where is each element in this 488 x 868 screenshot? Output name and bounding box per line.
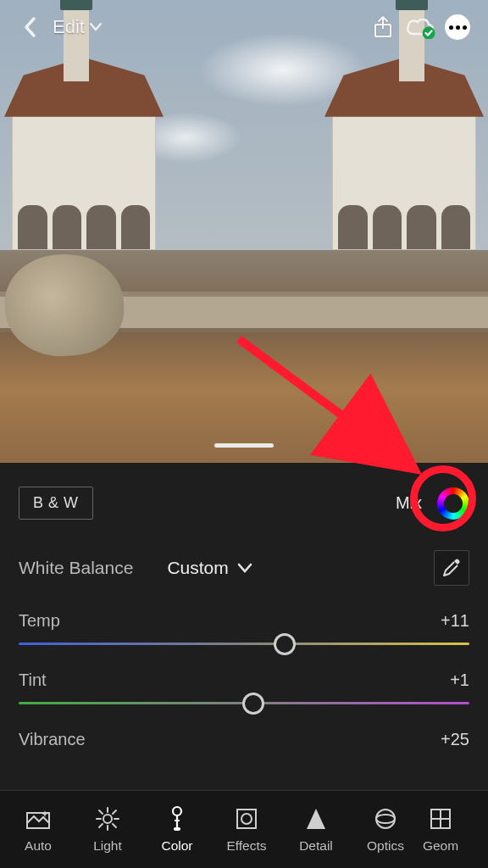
slider-thumb[interactable] — [274, 633, 296, 655]
white-balance-value: Custom — [167, 558, 228, 578]
svg-point-5 — [103, 815, 112, 823]
cloud-sync-button[interactable] — [402, 8, 439, 46]
svg-rect-16 — [174, 827, 180, 831]
edit-menu[interactable]: Edit — [53, 16, 102, 38]
auto-icon — [25, 805, 52, 832]
slider-label: Tint — [19, 670, 47, 690]
svg-line-3 — [239, 339, 408, 465]
white-balance-select[interactable]: Custom — [167, 558, 252, 578]
svg-line-13 — [99, 824, 103, 827]
svg-point-19 — [241, 814, 252, 824]
white-balance-label: White Balance — [19, 558, 133, 578]
back-button[interactable] — [12, 8, 49, 46]
optics-icon — [373, 805, 398, 832]
svg-rect-18 — [237, 810, 256, 828]
geometry-icon — [430, 805, 452, 832]
svg-line-10 — [99, 810, 103, 814]
slider-value: +1 — [450, 670, 469, 690]
tool-color[interactable]: Color — [142, 805, 212, 854]
slider-label: Temp — [19, 611, 60, 631]
annotation-arrow — [229, 329, 449, 498]
tool-effects[interactable]: Effects — [212, 805, 281, 854]
tool-auto[interactable]: Auto — [3, 805, 73, 854]
svg-line-11 — [113, 824, 116, 827]
tint-slider[interactable]: Tint +1 — [19, 670, 469, 704]
tool-label: Optics — [367, 838, 404, 854]
svg-point-21 — [376, 815, 395, 823]
black-and-white-button[interactable]: B & W — [19, 487, 93, 520]
svg-line-12 — [113, 810, 116, 814]
share-button[interactable] — [364, 8, 402, 46]
tool-label: Color — [161, 838, 192, 854]
color-icon — [168, 805, 186, 832]
top-bar: Edit — [0, 0, 488, 54]
tool-detail[interactable]: Detail — [281, 805, 351, 854]
slider-label: Vibrance — [19, 730, 86, 749]
tool-label: Light — [93, 838, 122, 854]
chevron-down-icon — [237, 563, 252, 573]
temp-slider[interactable]: Temp +11 — [19, 611, 469, 645]
eyedropper-button[interactable] — [434, 550, 469, 586]
bottom-toolbar: Auto Light Color Effects Detail — [0, 790, 488, 868]
photo-building — [12, 106, 156, 250]
caret-down-icon — [90, 23, 102, 31]
slider-value: +11 — [441, 611, 469, 631]
share-icon — [371, 15, 395, 39]
page-title: Edit — [53, 16, 85, 38]
tool-light[interactable]: Light — [73, 805, 142, 854]
photo-building — [332, 106, 476, 250]
slider-value: +25 — [441, 730, 469, 749]
more-icon — [445, 14, 470, 40]
slider-track[interactable] — [19, 643, 469, 645]
tool-label: Auto — [25, 838, 52, 854]
detail-icon — [305, 805, 327, 832]
tool-geometry[interactable]: Geom — [420, 805, 461, 854]
tool-label: Geom — [423, 838, 458, 854]
annotation-circle — [410, 465, 476, 531]
light-icon — [95, 805, 120, 832]
slider-thumb[interactable] — [242, 693, 264, 715]
slider-track[interactable] — [19, 702, 469, 704]
svg-point-20 — [376, 810, 395, 828]
tool-label: Detail — [299, 838, 333, 854]
tool-optics[interactable]: Optics — [351, 805, 420, 854]
eyedropper-icon — [441, 557, 463, 579]
cloud-synced-icon — [404, 15, 436, 39]
chevron-left-icon — [22, 15, 39, 39]
vibrance-slider[interactable]: Vibrance +25 — [19, 730, 469, 785]
effects-icon — [235, 805, 258, 832]
tool-label: Effects — [226, 838, 266, 854]
more-button[interactable] — [439, 8, 476, 46]
svg-rect-14 — [173, 807, 181, 815]
